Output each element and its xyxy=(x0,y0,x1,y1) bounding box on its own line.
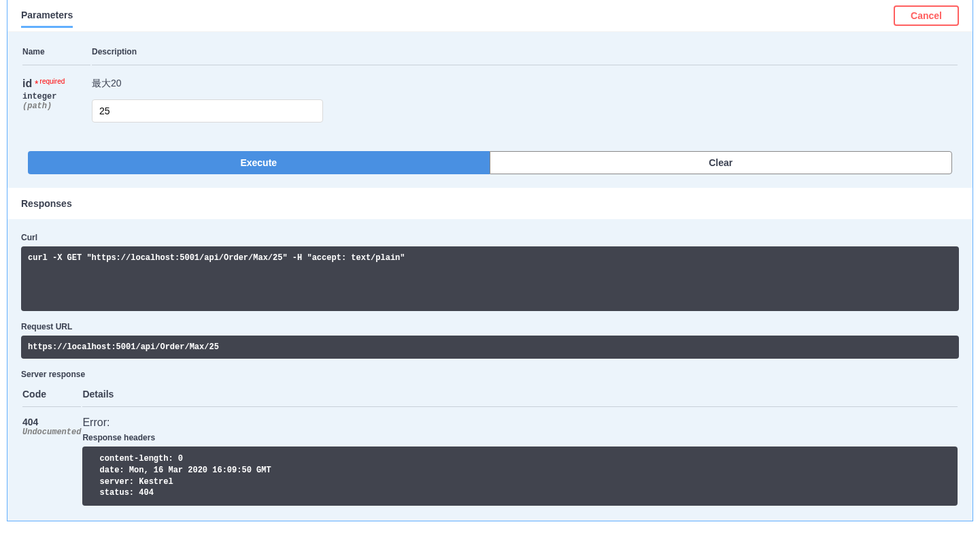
column-code: Code xyxy=(22,389,81,407)
parameter-row: id *required integer (path) 最大20 xyxy=(22,67,958,129)
undocumented-label: Undocumented xyxy=(22,427,81,437)
response-table: Code Details 404 Undocumented Error: Res… xyxy=(21,387,959,507)
execute-button[interactable]: Execute xyxy=(28,151,490,174)
responses-header: Responses xyxy=(7,188,973,219)
column-details: Details xyxy=(82,389,958,407)
parameters-tab[interactable]: Parameters xyxy=(21,10,73,28)
cancel-button[interactable]: Cancel xyxy=(894,5,959,26)
column-name: Name xyxy=(22,47,90,65)
status-code: 404 xyxy=(22,417,81,427)
parameters-header: Parameters Cancel xyxy=(7,0,973,32)
required-star-icon: * xyxy=(35,78,38,89)
response-headers-block: content-length: 0 date: Mon, 16 Mar 2020… xyxy=(82,447,958,506)
request-url-block: https://localhost:5001/api/Order/Max/25 xyxy=(21,336,959,359)
server-response-label: Server response xyxy=(21,370,959,379)
responses-body: Curl curl -X GET "https://localhost:5001… xyxy=(7,219,973,521)
parameters-body: Name Description id *required integer (p… xyxy=(7,32,973,188)
column-description: Description xyxy=(92,47,958,65)
action-buttons-row: Execute Clear xyxy=(21,151,959,174)
param-name: id xyxy=(22,78,32,89)
parameters-table: Name Description id *required integer (p… xyxy=(21,46,959,131)
response-row: 404 Undocumented Error: Response headers… xyxy=(22,408,958,506)
param-in: (path) xyxy=(22,101,90,111)
response-headers-label: Response headers xyxy=(82,433,958,442)
param-id-input[interactable] xyxy=(92,99,323,123)
error-label: Error: xyxy=(82,417,958,429)
curl-label: Curl xyxy=(21,233,959,242)
param-description: 最大20 xyxy=(92,78,958,90)
param-type: integer xyxy=(22,90,90,101)
required-label: required xyxy=(39,78,65,85)
clear-button[interactable]: Clear xyxy=(490,151,953,174)
request-url-label: Request URL xyxy=(21,322,959,331)
curl-command-block: curl -X GET "https://localhost:5001/api/… xyxy=(21,246,959,311)
responses-title: Responses xyxy=(21,198,959,209)
